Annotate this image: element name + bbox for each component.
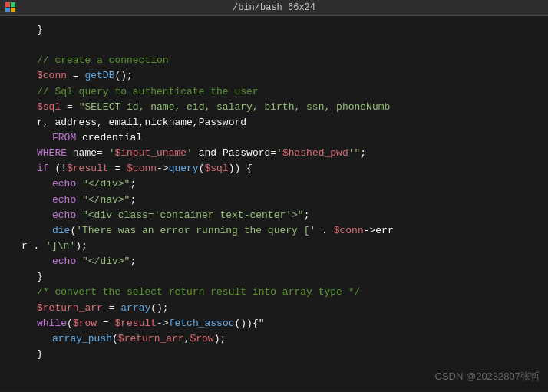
window-title: /bin/bash 66x24	[233, 2, 315, 13]
watermark: CSDN @20232807张哲	[435, 370, 540, 384]
code-line: $return_arr = array ();	[0, 301, 548, 316]
svg-rect-3	[5, 8, 10, 12]
code-line: echo "</div>" ;	[0, 176, 548, 192]
code-line: }	[0, 347, 548, 362]
code-line	[0, 38, 548, 53]
terminal-icon	[5, 2, 17, 14]
title-bar: /bin/bash 66x24	[0, 0, 548, 16]
code-line: FROM credential	[0, 130, 548, 146]
code-line: if (! $result = $conn -> query ( $sql ))…	[0, 161, 548, 176]
code-line: r . ']\n' );	[0, 239, 548, 254]
svg-rect-4	[11, 8, 15, 12]
code-line: }	[0, 22, 548, 38]
code-line: // create a connection	[0, 53, 548, 68]
svg-rect-2	[11, 2, 15, 7]
svg-rect-1	[5, 2, 10, 7]
code-line: // Sql query to authenticate the user	[0, 84, 548, 100]
code-line: r, address, email,nickname,Password	[0, 115, 548, 130]
code-area: } // create a connection $conn = getDB (…	[0, 16, 548, 391]
code-line: WHERE name= ' $input_uname ' and Passwor…	[0, 146, 548, 161]
code-line: }	[0, 269, 548, 285]
code-line: die ( 'There was an error running the qu…	[0, 223, 548, 239]
code-line: array_push ( $return_arr , $row );	[0, 331, 548, 347]
code-line: /* convert the select return result into…	[0, 285, 548, 300]
code-line: $conn = getDB ();	[0, 68, 548, 84]
code-line: echo "<div class='container text-center'…	[0, 208, 548, 223]
code-line: $sql = "SELECT id, name, eid, salary, bi…	[0, 100, 548, 115]
code-line: while ( $row = $result -> fetch_assoc ()…	[0, 316, 548, 331]
code-line: echo "</div>" ;	[0, 254, 548, 269]
code-line: echo "</nav>" ;	[0, 193, 548, 208]
